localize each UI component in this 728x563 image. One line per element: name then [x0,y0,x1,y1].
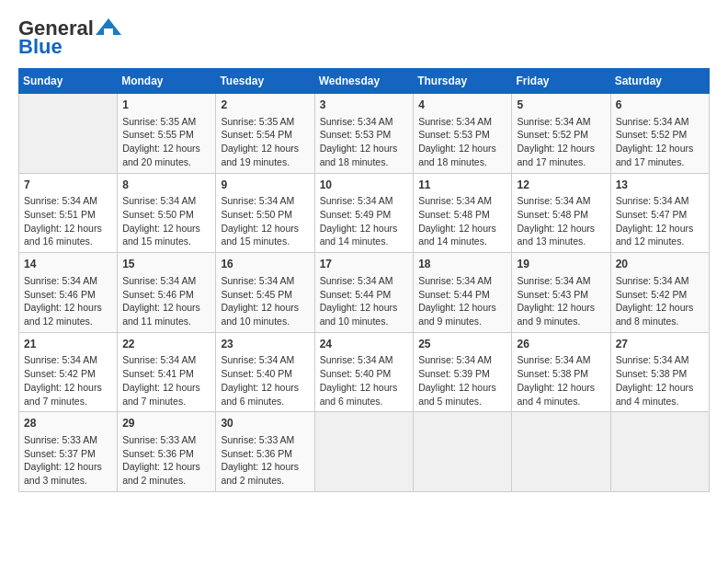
day-info: and 10 minutes. [221,315,309,328]
day-info: Daylight: 12 hours [616,301,704,315]
logo-icon [96,18,121,35]
calendar-cell [19,94,118,174]
day-info: Daylight: 12 hours [320,381,409,395]
calendar-cell: 1Sunrise: 5:35 AMSunset: 5:55 PMDaylight… [118,94,216,174]
day-number: 3 [320,98,409,113]
day-info: Sunrise: 5:34 AM [616,274,704,288]
day-number: 15 [122,257,210,272]
day-info: Daylight: 12 hours [320,301,409,315]
calendar-cell: 8Sunrise: 5:34 AMSunset: 5:50 PMDaylight… [118,173,216,253]
day-info: Daylight: 12 hours [221,142,309,155]
day-info: Sunset: 5:48 PM [418,208,506,222]
calendar-body: 1Sunrise: 5:35 AMSunset: 5:55 PMDaylight… [19,94,710,492]
day-number: 20 [616,257,704,272]
day-info: Sunset: 5:44 PM [418,288,506,302]
calendar-cell: 12Sunrise: 5:34 AMSunset: 5:48 PMDayligh… [512,173,610,253]
calendar-cell: 15Sunrise: 5:34 AMSunset: 5:46 PMDayligh… [118,253,216,333]
header-day-saturday: Saturday [610,69,709,94]
calendar-cell: 4Sunrise: 5:34 AMSunset: 5:53 PMDaylight… [414,94,512,174]
day-info: and 9 minutes. [517,315,605,328]
day-info: Sunrise: 5:34 AM [616,115,704,129]
day-info: Sunrise: 5:34 AM [320,353,409,367]
day-info: Daylight: 12 hours [24,381,112,395]
day-info: Daylight: 12 hours [122,381,210,395]
day-info: Sunrise: 5:33 AM [221,433,309,447]
day-info: Sunset: 5:42 PM [24,367,112,381]
day-info: Daylight: 12 hours [24,301,112,315]
day-number: 4 [418,98,506,113]
calendar-cell: 28Sunrise: 5:33 AMSunset: 5:37 PMDayligh… [19,412,118,492]
day-info: and 10 minutes. [320,315,409,328]
header-day-sunday: Sunday [19,69,118,94]
day-info: and 17 minutes. [517,155,605,169]
day-info: and 13 minutes. [517,235,605,248]
day-info: Daylight: 12 hours [122,142,210,155]
header-day-friday: Friday [512,69,610,94]
day-info: Sunset: 5:43 PM [517,288,605,302]
day-number: 26 [517,337,605,352]
day-info: Sunrise: 5:34 AM [122,194,210,208]
day-info: Sunset: 5:38 PM [517,367,605,381]
day-info: Daylight: 12 hours [517,142,605,155]
day-info: Daylight: 12 hours [320,222,409,236]
day-number: 14 [24,257,112,272]
calendar-cell: 5Sunrise: 5:34 AMSunset: 5:52 PMDaylight… [512,94,610,174]
day-info: Daylight: 12 hours [517,381,605,395]
calendar-cell: 17Sunrise: 5:34 AMSunset: 5:44 PMDayligh… [314,253,414,333]
calendar-cell: 11Sunrise: 5:34 AMSunset: 5:48 PMDayligh… [414,173,512,253]
day-number: 21 [24,337,112,352]
day-info: Sunrise: 5:35 AM [122,115,210,129]
calendar-cell: 13Sunrise: 5:34 AMSunset: 5:47 PMDayligh… [610,173,709,253]
day-info: and 18 minutes. [320,155,409,169]
calendar-cell: 27Sunrise: 5:34 AMSunset: 5:38 PMDayligh… [610,332,709,412]
week-row-2: 7Sunrise: 5:34 AMSunset: 5:51 PMDaylight… [19,173,710,253]
week-row-3: 14Sunrise: 5:34 AMSunset: 5:46 PMDayligh… [19,253,710,333]
day-info: Sunrise: 5:34 AM [221,194,309,208]
day-info: and 2 minutes. [122,474,210,488]
day-info: and 6 minutes. [221,395,309,408]
day-info: Sunrise: 5:33 AM [122,433,210,447]
day-info: Sunset: 5:36 PM [122,447,210,461]
day-info: and 12 minutes. [24,315,112,328]
day-info: Sunset: 5:51 PM [24,208,112,222]
day-info: Daylight: 12 hours [418,222,506,236]
day-number: 22 [122,337,210,352]
calendar-cell [314,412,414,492]
day-info: and 5 minutes. [418,395,506,408]
day-info: Daylight: 12 hours [221,381,309,395]
day-info: Sunset: 5:48 PM [517,208,605,222]
day-info: and 18 minutes. [418,155,506,169]
day-info: and 7 minutes. [24,395,112,408]
calendar-cell: 2Sunrise: 5:35 AMSunset: 5:54 PMDaylight… [216,94,314,174]
day-info: Daylight: 12 hours [517,301,605,315]
week-row-1: 1Sunrise: 5:35 AMSunset: 5:55 PMDaylight… [19,94,710,174]
calendar-cell: 10Sunrise: 5:34 AMSunset: 5:49 PMDayligh… [314,173,414,253]
day-number: 24 [320,337,409,352]
day-info: Daylight: 12 hours [418,142,506,155]
day-info: Sunrise: 5:34 AM [24,353,112,367]
day-info: and 20 minutes. [122,155,210,169]
day-number: 19 [517,257,605,272]
day-info: Sunrise: 5:34 AM [616,194,704,208]
day-number: 7 [24,178,112,193]
day-number: 13 [616,178,704,193]
day-info: Daylight: 12 hours [616,142,704,155]
calendar-header: SundayMondayTuesdayWednesdayThursdayFrid… [19,69,710,94]
day-info: and 7 minutes. [122,395,210,408]
day-info: Sunset: 5:41 PM [122,367,210,381]
calendar-cell: 3Sunrise: 5:34 AMSunset: 5:53 PMDaylight… [314,94,414,174]
day-info: and 2 minutes. [221,474,309,488]
day-info: Daylight: 12 hours [221,301,309,315]
week-row-5: 28Sunrise: 5:33 AMSunset: 5:37 PMDayligh… [19,412,710,492]
day-info: Sunrise: 5:34 AM [221,353,309,367]
day-number: 25 [418,337,506,352]
day-info: Sunrise: 5:34 AM [418,353,506,367]
day-info: Sunrise: 5:34 AM [517,353,605,367]
day-number: 30 [221,416,309,431]
day-info: and 14 minutes. [418,235,506,248]
day-number: 28 [24,416,112,431]
day-info: Daylight: 12 hours [418,301,506,315]
day-info: Sunrise: 5:34 AM [418,115,506,129]
day-info: Sunset: 5:37 PM [24,447,112,461]
day-info: Sunrise: 5:34 AM [616,353,704,367]
